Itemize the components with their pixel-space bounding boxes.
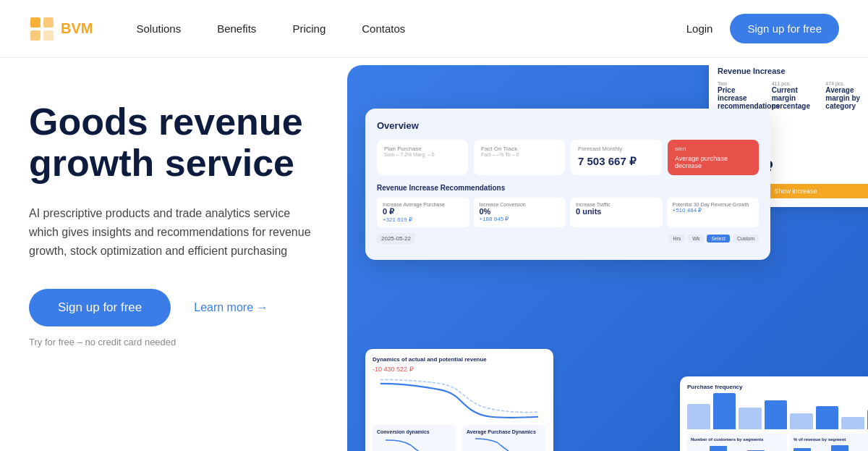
bar-3 bbox=[739, 408, 762, 429]
hero-title: Goods revenue growth service bbox=[29, 101, 318, 184]
average-purchase-dynamics: Average Purchase Dynamics bbox=[462, 425, 546, 451]
signup-nav-button[interactable]: Sign up for free bbox=[730, 14, 839, 43]
customers-by-segment: Number of customers by segments bbox=[687, 434, 787, 451]
overview-title: Overview bbox=[377, 120, 759, 131]
date-chip: 2025-05-22 bbox=[377, 233, 415, 244]
svg-rect-3 bbox=[43, 30, 54, 41]
metric-plan: Plan Purchase Sum – 7.2% Marg. – 0 bbox=[377, 140, 468, 175]
revenue-by-segment: % of revenue by segment bbox=[790, 434, 868, 451]
bar-2 bbox=[713, 393, 736, 429]
bar-4 bbox=[765, 400, 788, 429]
metric-fact: Fact On Track Fact – –% To – 0 bbox=[474, 140, 565, 175]
svg-rect-2 bbox=[30, 30, 41, 41]
metric-alert: alert Average purchase decrease bbox=[668, 140, 759, 175]
metric-forecast: Forecast Monthly 7 503 667 ₽ bbox=[571, 140, 662, 175]
bar-1 bbox=[687, 404, 710, 429]
logo[interactable]: BVM bbox=[29, 16, 93, 42]
hero-subtitle: AI prescriptive products and trade analy… bbox=[29, 204, 318, 260]
overview-card: Overview Plan Purchase Sum – 7.2% Marg. … bbox=[365, 109, 770, 260]
dynamics-value: -10 430 522 ₽ bbox=[373, 366, 546, 373]
signup-hero-button[interactable]: Sign up for free bbox=[29, 289, 171, 326]
login-button[interactable]: Login bbox=[686, 22, 713, 35]
revenue-card-title: Revenue Increase bbox=[718, 67, 868, 75]
svg-rect-0 bbox=[30, 17, 41, 28]
dynamics-sub-charts: Conversion dynamics Average Purchase Dyn… bbox=[373, 425, 546, 451]
rec-avg-purchase: Increase Average Purchase 0 ₽ +321 619 ₽ bbox=[377, 198, 469, 227]
dynamics-title: Dynamics of actual and potential revenue bbox=[373, 356, 546, 363]
nav-contacts[interactable]: Contatos bbox=[362, 22, 405, 35]
main-content: Goods revenue growth service AI prescrip… bbox=[0, 58, 868, 451]
learn-more-link[interactable]: Learn more → bbox=[194, 301, 268, 314]
nav-benefits[interactable]: Benefits bbox=[217, 22, 256, 35]
rev-stat-current: 411 pcs.Current margin percentage bbox=[772, 81, 820, 134]
rec-conversion: Increase Conversion 0% +188 845 ₽ bbox=[474, 198, 566, 227]
dynamics-chart bbox=[373, 376, 546, 419]
purchase-freq-title: Purchase frequency bbox=[687, 384, 868, 390]
revenue-segment-bars bbox=[793, 444, 868, 451]
avg-purchase-chart bbox=[467, 437, 542, 451]
rec-traffic: Increase Traffic 0 units bbox=[570, 198, 663, 227]
dashboard-wrap: Revenue Increase ToolPrice increase reco… bbox=[362, 65, 868, 451]
date-row: 2025-05-22 Hrs Wk Select Custom bbox=[377, 233, 759, 244]
conversion-dynamics: Conversion dynamics bbox=[373, 425, 456, 451]
trial-note: Try for free – no credit card needed bbox=[29, 337, 318, 347]
rec-section-title: Revenue Increase Recommendations bbox=[377, 184, 759, 192]
nav-pricing[interactable]: Pricing bbox=[292, 22, 326, 35]
segment-bars bbox=[691, 444, 783, 451]
rev-stat-average: 474 pcs.Average margin by category bbox=[825, 81, 868, 134]
bar-6 bbox=[816, 406, 839, 430]
overview-metrics: Plan Purchase Sum – 7.2% Marg. – 0 Fact … bbox=[377, 140, 759, 175]
rec-potential: Potential 30 Day Revenue Growth +510 484… bbox=[667, 198, 760, 227]
bar-5 bbox=[790, 413, 813, 430]
navbar: BVM Solutions Benefits Pricing Contatos … bbox=[0, 0, 868, 58]
cta-row: Sign up for free Learn more → bbox=[29, 289, 318, 326]
bar-7 bbox=[841, 417, 864, 430]
dynamics-card: Dynamics of actual and potential revenue… bbox=[365, 349, 553, 451]
dashboard-preview: Revenue Increase ToolPrice increase reco… bbox=[347, 65, 868, 451]
svg-rect-1 bbox=[43, 17, 54, 28]
rec-row: Increase Average Purchase 0 ₽ +321 619 ₽… bbox=[377, 198, 759, 227]
purchase-bars-top bbox=[687, 393, 868, 429]
purchase-sub-charts: Number of customers by segments % of rev… bbox=[687, 434, 868, 451]
conversion-chart bbox=[377, 437, 452, 451]
logo-text: BVM bbox=[61, 20, 93, 37]
nav-solutions[interactable]: Solutions bbox=[136, 22, 181, 35]
nav-right: Login Sign up for free bbox=[686, 14, 839, 43]
hero-panel: Goods revenue growth service AI prescrip… bbox=[0, 58, 347, 451]
nav-links: Solutions Benefits Pricing Contatos bbox=[136, 22, 686, 35]
logo-icon bbox=[29, 16, 55, 42]
purchase-frequency-card: Purchase frequency Number of customers b… bbox=[680, 376, 868, 451]
